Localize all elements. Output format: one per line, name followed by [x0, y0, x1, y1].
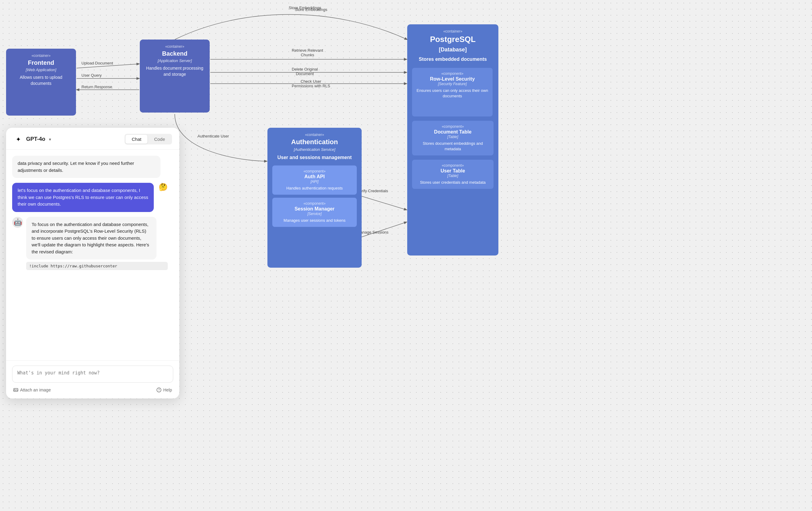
label-user-query: User Query [82, 73, 102, 78]
user-desc: Stores user credentials and metadata [416, 180, 490, 185]
auth-api-desc: Handles authentication requests [276, 186, 353, 191]
label-check-permissions: Check UserPermissions with RLS [292, 79, 330, 88]
attach-image-button[interactable]: Attach an image [13, 387, 51, 393]
postgres-box: «container» PostgreSQL[Database] Stores … [407, 24, 498, 255]
postgres-stereotype: «container» [412, 29, 494, 33]
doc-title: Document Table [416, 129, 490, 135]
message-user-1: let's focus on the authentication and da… [12, 183, 173, 212]
user-stereotype: «component» [416, 163, 490, 168]
label-authenticate-user: Authenticate User [198, 134, 229, 138]
help-icon: ? [156, 387, 162, 393]
gpt-icon: ✦ [13, 134, 23, 144]
code-snippet: !include https://raw.githubuserconter [26, 262, 168, 270]
tab-group: Chat Code [124, 134, 172, 144]
chat-panel: ✦ GPT-4o ▾ Chat Code data privacy and se… [6, 128, 179, 399]
frontend-subtitle: [Web Application] [11, 68, 71, 72]
session-stereotype: «component» [276, 201, 353, 206]
message-ai-2: 🤖 To focus on the authentication and dat… [12, 217, 173, 270]
backend-title: Backend [145, 50, 205, 57]
postgres-title: PostgreSQL[Database] [412, 35, 494, 54]
doc-table-box: «component» Document Table [Table] Store… [412, 121, 494, 156]
user-subtitle: [Table] [416, 174, 490, 178]
chat-input[interactable] [12, 366, 173, 383]
chat-footer: Attach an image ? Help [12, 387, 173, 393]
tab-chat[interactable]: Chat [125, 135, 147, 143]
help-label: Help [163, 387, 172, 393]
doc-subtitle: [Table] [416, 135, 490, 139]
attach-label: Attach an image [20, 387, 51, 393]
user-table-box: «component» User Table [Table] Stores us… [412, 160, 494, 189]
rls-subtitle: [Security Feature] [416, 82, 489, 86]
message-ai-1: data privacy and security. Let me know i… [12, 156, 173, 178]
bubble-ai-1: data privacy and security. Let me know i… [12, 156, 161, 178]
auth-subtitle: [Authentication Service] [272, 147, 357, 152]
auth-title: Authentication [272, 138, 357, 146]
session-desc: Manages user sessions and tokens [276, 218, 353, 223]
rls-desc: Ensures users can only access their own … [416, 88, 489, 99]
rls-title: Row-Level Security [416, 76, 489, 82]
chevron-down-icon[interactable]: ▾ [49, 137, 51, 142]
auth-api-box: «component» Auth API [API] Handles authe… [272, 165, 357, 195]
auth-box: «container» Authentication [Authenticati… [267, 128, 361, 268]
auth-api-stereotype: «component» [276, 169, 353, 173]
chat-input-area: Attach an image ? Help [6, 360, 179, 399]
bubble-ai-2: To focus on the authentication and datab… [26, 217, 156, 260]
rls-box: «component» Row-Level Security [Security… [412, 68, 493, 116]
auth-stereotype: «container» [272, 133, 357, 137]
bubble-user-1: let's focus on the authentication and da… [12, 183, 154, 212]
frontend-stereotype: «container» [11, 54, 71, 58]
frontend-desc: Allows users to upload documents [11, 75, 71, 86]
rls-stereotype: «component» [416, 72, 489, 76]
session-subtitle: [Service] [276, 212, 353, 216]
bot-avatar: 🤖 [12, 217, 23, 228]
backend-box: «container» Backend [Application Server]… [140, 39, 210, 112]
thinking-emoji: 🤔 [158, 183, 168, 191]
label-delete-original: Delete OriginalDocument [292, 67, 318, 76]
model-label[interactable]: GPT-4o [26, 136, 45, 142]
label-upload-doc: Upload Document [82, 61, 113, 65]
doc-desc: Stores document embeddings and metadata [416, 141, 490, 152]
chat-messages: data privacy and security. Let me know i… [6, 150, 179, 360]
backend-subtitle: [Application Server] [145, 58, 205, 63]
frontend-box: «container» Frontend [Web Application] A… [6, 49, 76, 115]
session-mgr-box: «component» Session Manager [Service] Ma… [272, 198, 357, 227]
auth-desc: User and sessions management [272, 154, 357, 161]
user-title: User Table [416, 168, 490, 174]
label-return-response: Return Response [82, 85, 112, 89]
tab-code[interactable]: Code [148, 135, 171, 143]
label-verify-credentials: Verify Credentials [357, 189, 388, 193]
label-store-embeddings-2: Store Embeddings [295, 7, 327, 12]
svg-text:?: ? [158, 388, 160, 392]
label-manage-sessions: Manage Sessions [357, 230, 388, 235]
backend-desc: Handles document processing and storage [145, 65, 205, 77]
session-title: Session Manager [276, 206, 353, 212]
label-retrieve-chunks: Retrieve RelevantChunks [292, 48, 323, 57]
backend-stereotype: «container» [145, 45, 205, 49]
doc-stereotype: «component» [416, 125, 490, 129]
auth-api-subtitle: [API] [276, 180, 353, 184]
help-button[interactable]: ? Help [156, 387, 172, 393]
frontend-title: Frontend [11, 59, 71, 66]
chat-header: ✦ GPT-4o ▾ Chat Code [6, 128, 179, 150]
attach-icon [13, 387, 18, 393]
auth-api-title: Auth API [276, 174, 353, 180]
postgres-desc: Stores embedded documents [412, 56, 494, 63]
